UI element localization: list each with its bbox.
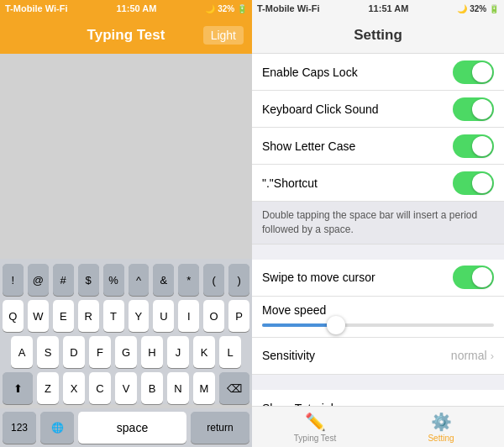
key-j[interactable]: J: [167, 336, 189, 368]
right-time: 11:51 AM: [368, 3, 408, 13]
key-y[interactable]: Y: [129, 300, 150, 332]
caps-lock-label: Enable Caps Lock: [262, 66, 358, 79]
sensitivity-chevron-icon: ›: [491, 350, 494, 362]
left-time: 11:50 AM: [116, 3, 156, 13]
swipe-cursor-item: Swipe to move cursor: [252, 260, 504, 297]
key-x[interactable]: X: [63, 372, 85, 404]
key-e[interactable]: E: [53, 300, 74, 332]
key-t[interactable]: T: [103, 300, 124, 332]
sensitivity-value: normal: [451, 349, 487, 362]
key-n[interactable]: N: [167, 372, 189, 404]
key-v[interactable]: V: [115, 372, 137, 404]
key-amp[interactable]: &: [153, 264, 174, 296]
click-sound-item: Keyboard Click Sound: [252, 91, 504, 128]
keyboard-bottom-row: 123 🌐 space return: [0, 408, 252, 447]
letter-case-item: Show Letter Case: [252, 128, 504, 165]
left-content-area: [0, 54, 252, 259]
key-at[interactable]: @: [28, 264, 49, 296]
swipe-cursor-toggle[interactable]: [453, 266, 494, 289]
period-shortcut-toggle[interactable]: [453, 171, 494, 195]
key-s[interactable]: S: [37, 336, 59, 368]
right-panel: T-Mobile Wi-Fi 11:51 AM 🌙 32% 🔋 Setting …: [252, 0, 504, 447]
keyboard-main: ! @ # $ % ^ & * ( ) Q W E R T Y U I: [0, 259, 252, 404]
settings-list: Enable Caps Lock Keyboard Click Sound Sh…: [252, 54, 504, 406]
move-speed-item: Move speed: [252, 297, 504, 338]
right-status-icons: 🌙 32% 🔋: [457, 4, 499, 13]
keyboard-row-4: ⬆ Z X C V B N M ⌫: [3, 372, 249, 404]
caps-lock-item: Enable Caps Lock: [252, 54, 504, 91]
num-key[interactable]: 123: [3, 412, 36, 444]
key-a[interactable]: A: [11, 336, 33, 368]
tab-setting[interactable]: ⚙️ Setting: [378, 407, 504, 447]
typing-test-icon: ✏️: [305, 412, 326, 432]
right-nav-bar: Setting: [252, 17, 504, 54]
keyboard-row-2: Q W E R T Y U I O P: [3, 300, 249, 332]
click-sound-toggle[interactable]: [453, 97, 494, 121]
tab-typing-test[interactable]: ✏️ Typing Test: [252, 407, 378, 447]
typing-test-tab-label: Typing Test: [294, 434, 336, 443]
key-dollar[interactable]: $: [78, 264, 99, 296]
period-info-text: Double tapping the space bar will insert…: [262, 209, 477, 235]
key-h[interactable]: H: [141, 336, 163, 368]
left-nav-title: Typing Test: [87, 27, 165, 44]
key-star[interactable]: *: [178, 264, 199, 296]
period-info-box: Double tapping the space bar will insert…: [252, 202, 504, 245]
right-status-bar: T-Mobile Wi-Fi 11:51 AM 🌙 32% 🔋: [252, 0, 504, 17]
key-z[interactable]: Z: [37, 372, 59, 404]
left-carrier: T-Mobile Wi-Fi: [5, 3, 67, 13]
key-percent[interactable]: %: [103, 264, 124, 296]
key-lparen[interactable]: (: [203, 264, 224, 296]
space-key[interactable]: space: [78, 412, 186, 444]
key-u[interactable]: U: [153, 300, 174, 332]
delete-key[interactable]: ⌫: [219, 372, 249, 404]
keyboard-row-1: ! @ # $ % ^ & * ( ): [3, 264, 249, 296]
key-caret[interactable]: ^: [129, 264, 150, 296]
globe-key[interactable]: 🌐: [40, 412, 74, 444]
key-i[interactable]: I: [178, 300, 199, 332]
period-shortcut-item: "."Shortcut: [252, 165, 504, 202]
tutorial-item[interactable]: Show Tutorial ›: [252, 390, 504, 406]
key-r[interactable]: R: [78, 300, 99, 332]
sensitivity-item[interactable]: Sensitivity normal ›: [252, 338, 504, 375]
key-f[interactable]: F: [89, 336, 111, 368]
left-panel: T-Mobile Wi-Fi 11:50 AM 🌙 32% 🔋 Typing T…: [0, 0, 252, 447]
key-exclaim[interactable]: !: [3, 264, 24, 296]
move-speed-track: [262, 323, 494, 327]
swipe-section: Swipe to move cursor Move speed Sensitiv…: [252, 260, 504, 375]
shift-key[interactable]: ⬆: [3, 372, 33, 404]
key-k[interactable]: K: [193, 336, 215, 368]
key-m[interactable]: M: [193, 372, 215, 404]
letter-case-label: Show Letter Case: [262, 139, 355, 153]
tab-bar: ✏️ Typing Test ⚙️ Setting: [252, 406, 504, 447]
setting-tab-label: Setting: [428, 434, 454, 443]
key-q[interactable]: Q: [3, 300, 24, 332]
left-nav-bar: Typing Test Light: [0, 17, 252, 54]
keyboard-row-3: A S D F G H J K L: [3, 336, 249, 368]
light-button[interactable]: Light: [203, 26, 244, 45]
key-rparen[interactable]: ): [228, 264, 249, 296]
move-speed-label: Move speed: [262, 303, 494, 317]
slider-thumb[interactable]: [327, 316, 345, 334]
sensitivity-label: Sensitivity: [262, 349, 315, 362]
keyboard-area: ! @ # $ % ^ & * ( ) Q W E R T Y U I: [0, 259, 252, 447]
key-d[interactable]: D: [63, 336, 85, 368]
key-p[interactable]: P: [228, 300, 249, 332]
key-l[interactable]: L: [219, 336, 241, 368]
return-key[interactable]: return: [191, 412, 249, 444]
key-g[interactable]: G: [115, 336, 137, 368]
click-sound-label: Keyboard Click Sound: [262, 103, 379, 116]
key-w[interactable]: W: [28, 300, 49, 332]
right-nav-title: Setting: [354, 27, 402, 44]
key-o[interactable]: O: [203, 300, 224, 332]
key-c[interactable]: C: [89, 372, 111, 404]
swipe-cursor-label: Swipe to move cursor: [262, 271, 375, 284]
setting-icon: ⚙️: [431, 412, 452, 432]
letter-case-toggle[interactable]: [453, 134, 494, 158]
caps-lock-toggle[interactable]: [453, 60, 494, 84]
left-status-icons: 🌙 32% 🔋: [205, 4, 247, 13]
main-toggles-section: Enable Caps Lock Keyboard Click Sound Sh…: [252, 54, 504, 245]
divider-1: [252, 245, 504, 260]
left-status-bar: T-Mobile Wi-Fi 11:50 AM 🌙 32% 🔋: [0, 0, 252, 17]
key-b[interactable]: B: [141, 372, 163, 404]
key-hash[interactable]: #: [53, 264, 74, 296]
